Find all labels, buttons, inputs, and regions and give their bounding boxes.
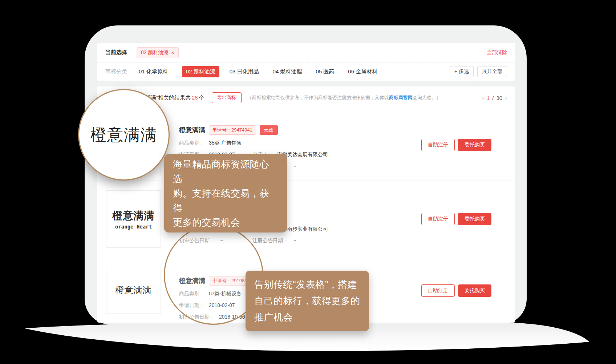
tooltip-line: 海量精品商标资源随心选 <box>173 157 278 186</box>
tooltip-line: 自己的标行，获得更多的 <box>254 293 360 309</box>
pagination: ‹ 1 / 30 › <box>474 86 515 109</box>
entrust-buy-button[interactable]: 委托购买 <box>458 284 491 297</box>
status-badge: 无效 <box>260 125 278 135</box>
expand-all-button[interactable]: 展开全部 <box>477 66 507 77</box>
page-separator: / <box>492 95 494 101</box>
tooltip-line: 推广机会 <box>254 309 360 325</box>
category-tab-06[interactable]: 06 金属材料 <box>348 68 377 75</box>
selected-filter-tag[interactable]: 02 颜料油漆 × <box>137 47 179 58</box>
current-selection-row: 当前选择 02 颜料油漆 × 全部清除 <box>97 43 515 62</box>
reg-pub-value: － <box>292 163 297 170</box>
tooltip-line: 更多的交易机会 <box>173 215 278 230</box>
marketing-stage: 当前选择 02 颜料油漆 × 全部清除 商标分类 01 化学原料 02 颜料油漆… <box>0 0 616 364</box>
next-page-icon[interactable]: › <box>505 94 507 102</box>
close-icon[interactable]: × <box>171 50 174 56</box>
current-page: 1 <box>487 95 490 101</box>
thumbnail-subtext: orange Heart <box>115 224 152 230</box>
category-tab-02-active[interactable]: 02 颜料油漆 <box>182 66 219 77</box>
category-tab-03[interactable]: 03 日化用品 <box>230 68 259 75</box>
filter-panel: 当前选择 02 颜料油漆 × 全部清除 商标分类 01 化学原料 02 颜料油漆… <box>97 43 515 81</box>
thumbnail-text: 橙意满满 <box>115 284 152 296</box>
category-label: 商标分类 <box>105 68 127 75</box>
entrust-buy-button[interactable]: 委托购买 <box>458 213 491 225</box>
tooltip-line: 告别传统“发表格”，搭建 <box>254 276 360 293</box>
tooltip-line: 购。支持在线交易，获得 <box>173 186 278 215</box>
results-header: 为您检索到“橙意满满”相关的结果共28个 导出商标 （商标检索结果仅供参考，不作… <box>97 86 515 109</box>
self-register-button[interactable]: 自助注册 <box>421 213 455 225</box>
trademark-thumbnail: 橙意满满 <box>106 267 161 314</box>
magnifier-circle-trademark: 橙意满满 <box>78 89 170 181</box>
self-register-button[interactable]: 自助注册 <box>421 284 455 297</box>
category-tab-04[interactable]: 04 燃料油脂 <box>273 68 302 75</box>
category-actions: + 多选 展开全部 <box>450 66 507 77</box>
result-row: 橙意满满 orange Heart 橙意满满 申请号：29482153 已注册 … <box>97 181 515 257</box>
reg-pub-value: － <box>292 238 297 244</box>
category-field-value: 35类-广告销售 <box>209 140 242 146</box>
category-tab-01[interactable]: 01 化学原料 <box>139 68 168 75</box>
trademark-thumbnail: 橙意满满 orange Heart <box>106 190 161 248</box>
row-actions: 自助注册 委托购买 <box>421 213 491 225</box>
result-count: 28 <box>192 94 198 101</box>
row-actions: 自助注册 委托购买 <box>421 284 491 297</box>
selected-filter-tag-text: 02 颜料油漆 <box>141 49 168 56</box>
disclaimer-pre: （商标检索结果仅供参考，不作为商标能否注册的法律依据；具体以 <box>247 95 389 100</box>
prev-page-icon[interactable]: ‹ <box>482 94 484 102</box>
category-field-label: 商品类别： <box>179 140 204 146</box>
reg-pub-label: 注册公告日期： <box>252 238 288 244</box>
trademark-name: 橙意满满 <box>179 126 205 134</box>
disclaimer-post: 查询为准。） <box>413 95 441 100</box>
export-trademark-button[interactable]: 导出商标 <box>212 92 242 103</box>
category-row: 商标分类 01 化学原料 02 颜料油漆 03 日化用品 04 燃料油脂 05 … <box>97 62 515 81</box>
disclaimer: （商标检索结果仅供参考，不作为商标能否注册的法律依据；具体以商标局官网查询为准。… <box>247 94 441 101</box>
total-pages: 30 <box>496 95 502 101</box>
magnified-trademark-text: 橙意满满 <box>90 124 157 146</box>
tooltip-promotion: 告别传统“发表格”，搭建 自己的标行，获得更多的 推广机会 <box>246 271 369 331</box>
current-selection-label: 当前选择 <box>105 49 127 56</box>
entrust-buy-button[interactable]: 委托购买 <box>458 139 491 151</box>
tooltip-trademark-resources: 海量精品商标资源随心选 购。支持在线交易，获得 更多的交易机会 <box>164 154 287 232</box>
row-actions: 自助注册 委托购买 <box>421 139 491 151</box>
clear-all-button[interactable]: 全部清除 <box>487 49 507 56</box>
summary-suffix: 个 <box>199 94 204 101</box>
thumbnail-text: 橙意满满 <box>113 209 155 223</box>
application-number-tag: 申请号：29474941 <box>209 125 256 135</box>
self-register-button[interactable]: 自助注册 <box>421 139 455 151</box>
multi-select-button[interactable]: + 多选 <box>450 66 474 77</box>
category-tab-05[interactable]: 05 医药 <box>316 68 334 75</box>
trademark-office-link[interactable]: 商标局官网 <box>389 95 413 100</box>
